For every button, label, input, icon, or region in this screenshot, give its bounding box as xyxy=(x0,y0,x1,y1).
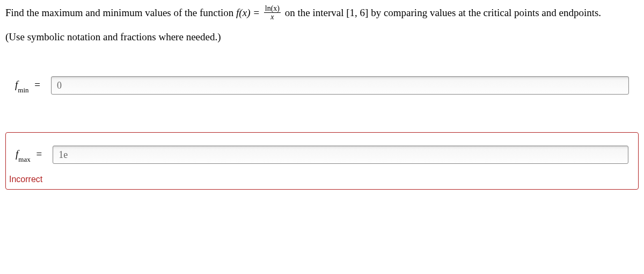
fmax-label: fmax = xyxy=(16,147,45,163)
problem-text-2: on the interval [1, 6] by comparing valu… xyxy=(285,7,601,18)
fraction: ln(x) x xyxy=(264,4,281,21)
fmin-input[interactable] xyxy=(51,76,629,95)
fmin-answer-row: fmin = xyxy=(5,76,639,95)
fmax-answer-row: fmax = xyxy=(16,146,628,164)
fmin-label: fmin = xyxy=(15,78,43,93)
function-lhs: f(x) = xyxy=(236,7,262,18)
problem-text-1: Find the maximum and minimum values of t… xyxy=(5,7,236,18)
fmax-incorrect-container: fmax = Incorrect xyxy=(5,132,639,189)
fmax-input[interactable] xyxy=(53,146,628,164)
instruction-text: (Use symbolic notation and fractions whe… xyxy=(5,30,639,45)
fraction-denominator: x xyxy=(264,13,281,21)
problem-statement: Find the maximum and minimum values of t… xyxy=(5,5,639,23)
fraction-numerator: ln(x) xyxy=(264,4,281,13)
incorrect-feedback: Incorrect xyxy=(9,174,628,185)
